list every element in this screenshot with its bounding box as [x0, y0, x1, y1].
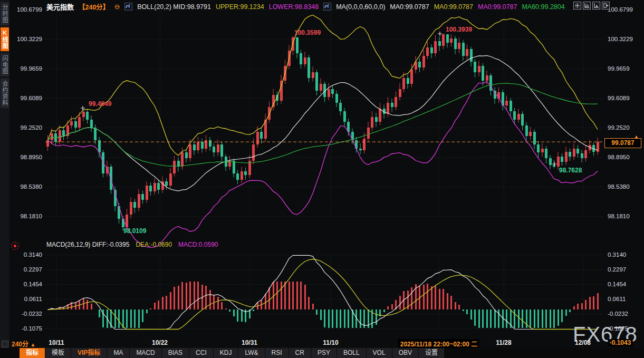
- toolbar-item-bias[interactable]: BIAS: [162, 348, 189, 358]
- macd-axis-label-left: -0.1075: [22, 325, 42, 332]
- chevron-up-icon: ▲: [30, 342, 35, 347]
- chart-header: 美元指数 【240分】 ⊖ BOLL(20,2) MID:98.9791 UPP…: [46, 2, 565, 12]
- toolbar-item-vip-indicator[interactable]: VIP指标: [71, 348, 107, 358]
- x-axis-label: 10/31: [242, 339, 257, 346]
- toolbar-item-cci[interactable]: CCI: [189, 348, 214, 358]
- macd-axis-label-left: 0.3140: [24, 251, 42, 258]
- export-chart-icon[interactable]: [602, 2, 610, 9]
- price-axis-label-left: 100.6799: [17, 6, 42, 13]
- x-axis-row: 240分 ▲ -0.1043 10/1110/2210/3111/102025/…: [0, 338, 644, 348]
- price-pin-icon: ▲: [634, 134, 639, 139]
- sidebar-tab-lightning[interactable]: 闪电图: [1, 53, 9, 76]
- collapse-panel-button[interactable]: [2, 341, 8, 347]
- sidebar-tab-timeshare[interactable]: 分时图: [1, 2, 9, 25]
- toolbar-item-lw[interactable]: LW&: [238, 348, 265, 358]
- current-price-badge: 99.0787: [604, 138, 641, 148]
- toolbar-item-kdj[interactable]: KDJ: [214, 348, 239, 358]
- ma60-value: MA60:99.2804: [522, 3, 564, 11]
- toolbar-item-vol[interactable]: VOL: [367, 348, 392, 358]
- ma0-value-1: MA0:99.0787: [390, 3, 429, 11]
- price-axis-label-right: 100.3229: [608, 36, 633, 42]
- boll-mid-line: [48, 55, 598, 191]
- macd-settings-icon[interactable]: [11, 242, 19, 250]
- toolbar-item-psy[interactable]: PSY: [311, 348, 337, 358]
- macd-axis-label-right: 0.2297: [608, 266, 626, 273]
- price-axis-label-right: 98.1810: [608, 213, 630, 219]
- macd-dea-value: DEA:-0.0690: [136, 241, 172, 248]
- price-axis-label-right: 98.5380: [608, 183, 630, 190]
- price-axis-label-left: 99.6089: [20, 95, 42, 101]
- price-axis-label-left: 99.9659: [20, 65, 42, 72]
- price-axis-label-left: 100.3229: [17, 36, 42, 42]
- sidebar-tab-kline[interactable]: K线图: [1, 27, 9, 51]
- toolbar-item-ma[interactable]: MA: [107, 348, 130, 358]
- boll-upper-line: [48, 15, 598, 155]
- x-axis-label: 10/11: [49, 339, 64, 346]
- toolbar-item-indicator[interactable]: 指标: [20, 348, 45, 358]
- macd-header: MACD(26,12,9) DIFF:-0.0395 DEA:-0.0690 M…: [46, 241, 218, 248]
- macd-axis-label-right: 0.0611: [608, 296, 626, 302]
- selected-candle-date-badge: 2025/11/18 22:00~02:00 二: [398, 339, 479, 348]
- bottom-toolbar: 指标 模板 VIP指标 MA MACD BIAS CCI KDJ LW& RSI…: [0, 348, 644, 358]
- boll-lower-line: [48, 82, 598, 248]
- boll-lower-value: LOWER:98.8348: [269, 3, 319, 11]
- toolbar-item-template[interactable]: 模板: [45, 348, 71, 358]
- macd-axis-label-left: 0.0611: [24, 296, 42, 302]
- price-axis-label-right: 99.9659: [608, 65, 630, 72]
- macd-axis-label-left: -0.0232: [22, 311, 42, 317]
- toolbar-item-rsi[interactable]: RSI: [265, 348, 289, 358]
- play-chart-icon[interactable]: [592, 2, 600, 9]
- macd-axis-label-left: 0.2297: [24, 266, 42, 273]
- macd-axis-label-right: -0.0232: [608, 311, 628, 317]
- macd-axis-label-right: 0.3140: [608, 251, 626, 258]
- boll-values: BOLL(20,2) MID:98.9791: [137, 3, 211, 11]
- ma-params: MA(0,0,0,60,0,0): [336, 3, 385, 11]
- macd-last-value-badge: -0.1043: [608, 339, 633, 346]
- extreme-cross-marker: [438, 32, 442, 36]
- boll-upper-value: UPPER:99.1234: [216, 3, 264, 11]
- boll-indicator-icon[interactable]: [124, 3, 132, 11]
- chart-tool-buttons: [573, 2, 610, 9]
- price-axis-label-left: 99.2520: [20, 124, 42, 131]
- price-axis-label-right: 99.6089: [608, 95, 630, 101]
- macd-diff-value: MACD(26,12,9) DIFF:-0.0395: [46, 241, 129, 248]
- macd-axis-label-right: 0.1454: [608, 281, 627, 287]
- price-axis-label-left: 98.5380: [20, 183, 42, 190]
- ma0-value-2: MA0:99.0787: [434, 3, 473, 11]
- price-axis-label-left: 98.1810: [20, 213, 42, 219]
- toolbar-item-boll[interactable]: BOLL: [337, 348, 367, 358]
- toolbar-spacer: [0, 348, 20, 358]
- period-selector-button[interactable]: 240分 ▲: [12, 339, 35, 348]
- ma0-value-3: MA0:99.0787: [478, 3, 517, 11]
- toolbar-item-obv[interactable]: OBV: [392, 348, 419, 358]
- left-sidebar: 分时图 K线图 闪电图 合约资料: [0, 0, 9, 358]
- macd-bar-value: MACD:0.0590: [178, 241, 218, 248]
- ma-indicator-icon[interactable]: [323, 3, 331, 11]
- toolbar-item-cr[interactable]: CR: [289, 348, 311, 358]
- x-axis-label: 12/08: [575, 339, 591, 346]
- price-axis-label-left: 98.8950: [20, 154, 42, 160]
- x-axis-label: 10/22: [152, 339, 168, 346]
- x-axis-label: 11/28: [496, 339, 511, 346]
- candlestick-macd-chart[interactable]: 100.6799100.6799100.3229100.322999.96599…: [0, 0, 644, 358]
- toolbar-item-settings[interactable]: 设置: [419, 348, 445, 358]
- price-axis-label-right: 98.8950: [608, 154, 630, 160]
- app-window: 100.6799100.6799100.3229100.322999.96599…: [0, 0, 644, 358]
- toolbar-item-macd[interactable]: MACD: [130, 348, 161, 358]
- crosshair-icon[interactable]: [573, 2, 581, 9]
- period-label: 【240分】: [79, 2, 109, 12]
- fit-chart-icon[interactable]: [583, 2, 591, 9]
- collapse-indicator-icon[interactable]: ⊖: [114, 3, 120, 10]
- price-axis-label-right: 99.2520: [608, 124, 630, 131]
- sidebar-tab-contract-info[interactable]: 合约资料: [1, 79, 9, 108]
- symbol-name: 美元指数: [46, 2, 74, 12]
- x-axis-label: 11/10: [323, 339, 338, 346]
- price-axis-label-right: 100.6799: [608, 6, 633, 13]
- macd-axis-label-left: 0.1454: [24, 281, 43, 287]
